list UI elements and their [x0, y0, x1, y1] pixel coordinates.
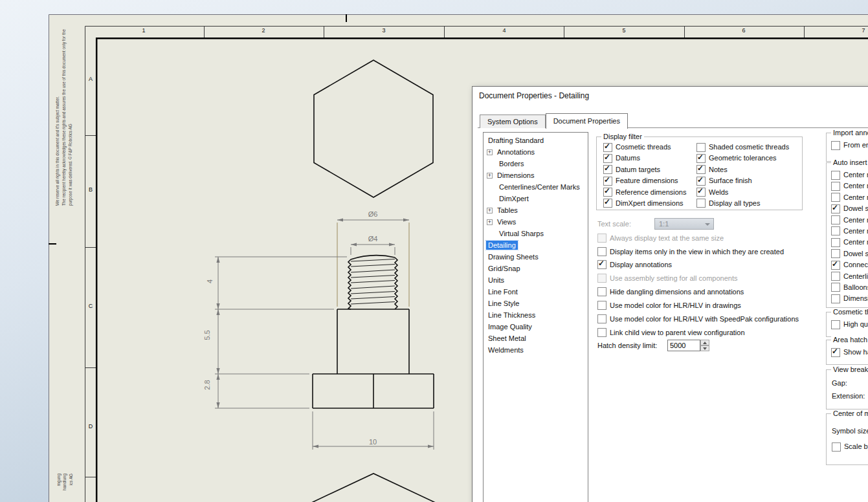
checkbox[interactable] [831, 283, 840, 292]
tree-item-detailing[interactable]: Detailing [484, 239, 588, 251]
checkbox[interactable] [831, 193, 840, 202]
bottom-note-line: handlung [61, 474, 67, 502]
checkbox-row-datums[interactable]: Datums [603, 154, 686, 162]
checkbox-row-reference-dimensions[interactable]: Reference dimensions [603, 188, 686, 197]
tree-item-line-style[interactable]: Line Style [484, 298, 588, 309]
checkbox-row-auto-1[interactable]: Center m [831, 182, 868, 190]
checkbox-row-auto-8[interactable]: Connecti [831, 261, 868, 269]
checkbox-row-auto-2[interactable]: Center m [831, 193, 868, 202]
checkbox-row-auto-10[interactable]: Balloons [831, 283, 868, 292]
checkbox-row-dimxpert-dimensions[interactable]: DimXpert dimensions [603, 199, 686, 208]
tree-item-virtual-sharps[interactable]: Virtual Sharps [484, 228, 588, 239]
expand-plus-icon[interactable] [487, 173, 493, 179]
tree-item-views[interactable]: Views [484, 216, 588, 228]
checkbox-row-show-hatch[interactable]: Show ha [831, 348, 868, 356]
tree-item-dimxpert[interactable]: DimXpert [484, 193, 588, 204]
checkbox[interactable] [696, 165, 706, 174]
checkbox-label: Dowel sy [843, 250, 868, 258]
checkbox-row-notes[interactable]: Notes [696, 166, 789, 174]
checkbox[interactable] [831, 320, 840, 329]
tree-item-annotations[interactable]: Annotations [484, 146, 588, 158]
tree-item-sheet-metal[interactable]: Sheet Metal [484, 333, 588, 344]
checkbox-row-shaded-cosmetic-threads[interactable]: Shaded cosmetic threads [696, 143, 789, 151]
tree-item-line-thickness[interactable]: Line Thickness [484, 309, 588, 321]
checkbox-row-auto-7[interactable]: Dowel sy [831, 250, 868, 258]
checkbox[interactable] [696, 188, 706, 197]
checkbox[interactable] [831, 348, 840, 357]
checkbox[interactable] [603, 188, 612, 197]
checkbox[interactable] [831, 182, 840, 191]
expand-plus-icon[interactable] [487, 219, 493, 225]
checkbox-row-auto-0[interactable]: Center m [831, 171, 868, 179]
dialog-title[interactable]: Document Properties - Detailing [479, 91, 589, 100]
tree-item-centerlines[interactable]: Centerlines/Center Marks [484, 181, 588, 193]
checkbox[interactable] [831, 294, 840, 303]
expand-plus-icon[interactable] [487, 149, 493, 155]
tree-item-drawing-sheets[interactable]: Drawing Sheets [484, 251, 588, 263]
checkbox[interactable] [597, 301, 606, 310]
tab-system-options[interactable]: System Options [480, 115, 546, 128]
checkbox-row-display-all-types[interactable]: Display all types [696, 199, 789, 208]
tree-item-drafting-standard[interactable]: Drafting Standard [484, 135, 588, 146]
checkbox[interactable] [831, 272, 840, 281]
expand-plus-icon[interactable] [487, 208, 493, 213]
checkbox[interactable] [603, 199, 612, 208]
option-model-color-speedpak[interactable]: Use model color for HLR/HLV with SpeedPa… [597, 314, 799, 323]
option-display-items-only[interactable]: Display items only in the view in which … [597, 247, 784, 256]
checkbox[interactable] [603, 165, 612, 174]
tree-item-grid-snap[interactable]: Grid/Snap [484, 263, 588, 274]
tree-item-image-quality[interactable]: Image Quality [484, 321, 588, 333]
checkbox[interactable] [603, 177, 612, 186]
tree-item-dimensions[interactable]: Dimensions [484, 169, 588, 181]
tree-item-borders[interactable]: Borders [484, 158, 588, 169]
spinner-down-icon[interactable] [700, 345, 709, 351]
tree-item-weldments[interactable]: Weldments [484, 344, 588, 356]
tree-item-line-font[interactable]: Line Font [484, 286, 588, 298]
checkbox[interactable] [831, 215, 840, 224]
checkbox[interactable] [597, 314, 606, 323]
option-hide-dangling[interactable]: Hide dangling dimensions and annotations [597, 287, 744, 296]
checkbox[interactable] [696, 143, 706, 152]
checkbox[interactable] [696, 177, 706, 186]
spinner-up-icon[interactable] [700, 340, 709, 345]
checkbox[interactable] [831, 238, 840, 247]
checkbox[interactable] [831, 226, 840, 235]
checkbox-row-high-quality[interactable]: High qua [831, 320, 868, 329]
checkbox-row-scale-by-view[interactable]: Scale by v [832, 442, 868, 451]
checkbox[interactable] [696, 154, 706, 163]
tab-document-properties[interactable]: Document Properties [546, 113, 628, 129]
checkbox-row-from-ent[interactable]: From ent [831, 141, 868, 149]
checkbox[interactable] [597, 328, 606, 337]
text-scale-value: 1:1 [659, 220, 669, 228]
tree-item-tables[interactable]: Tables [484, 204, 588, 216]
checkbox[interactable] [831, 249, 840, 258]
checkbox[interactable] [603, 143, 612, 152]
checkbox[interactable] [603, 154, 612, 163]
checkbox-row-auto-11[interactable]: Dimensio [831, 294, 868, 303]
option-model-color-hlr[interactable]: Use model color for HLR/HLV in drawings [597, 301, 741, 310]
checkbox-row-welds[interactable]: Welds [696, 188, 789, 197]
checkbox[interactable] [832, 442, 841, 452]
checkbox-row-datum-targets[interactable]: Datum targets [603, 166, 686, 174]
hatch-density-input[interactable] [667, 340, 700, 351]
checkbox-row-geometric-tolerances[interactable]: Geometric tolerances [696, 154, 789, 162]
checkbox[interactable] [831, 204, 840, 213]
checkbox[interactable] [831, 261, 840, 270]
checkbox-row-auto-5[interactable]: Center m [831, 227, 868, 235]
checkbox[interactable] [597, 247, 606, 256]
checkbox[interactable] [831, 171, 840, 180]
checkbox-row-auto-3[interactable]: Dowel sy [831, 204, 868, 213]
option-link-child-view[interactable]: Link child view to parent view configura… [597, 328, 745, 337]
checkbox-row-auto-9[interactable]: Centerlin [831, 272, 868, 281]
checkbox[interactable] [831, 141, 840, 150]
checkbox[interactable] [696, 199, 706, 208]
checkbox-row-cosmetic-threads[interactable]: Cosmetic threads [603, 143, 686, 151]
checkbox-row-auto-6[interactable]: Center m [831, 238, 868, 246]
checkbox-row-feature-dimensions[interactable]: Feature dimensions [603, 177, 686, 185]
option-display-annotations[interactable]: Display annotations [597, 260, 672, 269]
checkbox[interactable] [597, 287, 606, 296]
checkbox-row-surface-finish[interactable]: Surface finish [696, 177, 789, 185]
checkbox-row-auto-4[interactable]: Center m [831, 216, 868, 224]
tree-item-units[interactable]: Units [484, 274, 588, 286]
checkbox[interactable] [597, 260, 606, 269]
